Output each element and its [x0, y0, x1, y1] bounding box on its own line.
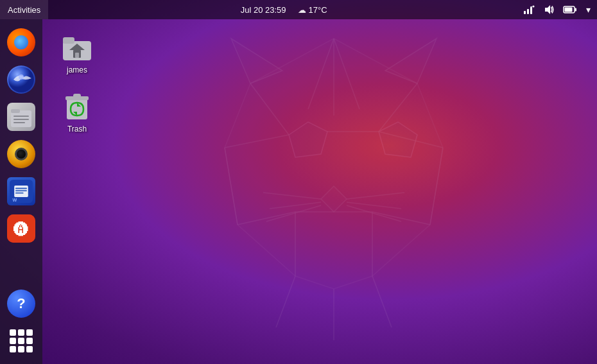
desktop-icon-trash[interactable]: Trash: [51, 85, 103, 137]
grid-dot: [10, 329, 16, 336]
desktop: Activities Jul 20 23:59 ☁ 17°C: [0, 0, 597, 364]
panel-menu-arrow[interactable]: ▾: [582, 0, 594, 19]
svg-rect-44: [11, 109, 20, 113]
grid-dot: [18, 346, 24, 352]
activities-button[interactable]: Activities: [0, 0, 48, 19]
svg-rect-45: [13, 116, 29, 117]
desktop-icons: james: [51, 26, 103, 137]
grid-dot: [26, 329, 33, 336]
grid-dot: [18, 329, 24, 336]
svg-marker-1: [231, 39, 282, 83]
svg-rect-32: [527, 9, 529, 14]
svg-rect-63: [73, 94, 81, 98]
dock-item-help[interactable]: ?: [4, 287, 38, 320]
datetime-display: Jul 20 23:59: [241, 5, 286, 15]
dock: W 🅐 ?: [0, 19, 42, 364]
svg-line-12: [308, 39, 334, 109]
svg-rect-39: [575, 8, 577, 12]
svg-rect-60: [75, 53, 79, 58]
svg-marker-0: [225, 39, 443, 289]
dock-item-appcenter[interactable]: 🅐: [4, 212, 38, 245]
grid-dot: [10, 338, 16, 344]
svg-marker-4: [379, 122, 417, 157]
svg-text:W: W: [13, 197, 17, 203]
svg-rect-51: [15, 190, 27, 191]
dock-item-thunderbird[interactable]: [4, 63, 38, 96]
rhythmbox-icon: [7, 140, 35, 168]
appcenter-icon: 🅐: [7, 214, 35, 243]
volume-icon[interactable]: [540, 0, 558, 19]
svg-rect-52: [15, 193, 24, 194]
grid-dot: [26, 338, 33, 344]
help-icon: ?: [7, 290, 35, 318]
files-icon: [7, 103, 35, 131]
panel-right: ▾: [519, 0, 597, 19]
svg-line-6: [263, 193, 321, 199]
svg-line-11: [347, 205, 401, 221]
thunderbird-icon: [7, 65, 35, 94]
dock-item-writer[interactable]: W: [4, 175, 38, 208]
writer-icon: W: [7, 177, 35, 205]
svg-rect-31: [524, 11, 526, 14]
svg-text:🅐: 🅐: [13, 221, 29, 238]
svg-line-8: [266, 205, 321, 221]
svg-line-14: [334, 39, 359, 109]
svg-rect-40: [565, 8, 573, 12]
svg-line-26: [276, 276, 295, 327]
svg-rect-57: [63, 37, 74, 44]
svg-marker-37: [545, 5, 550, 14]
weather-display[interactable]: ☁ 17°C: [298, 5, 327, 15]
network-icon[interactable]: [519, 0, 539, 19]
svg-line-9: [347, 193, 404, 199]
svg-line-20: [238, 212, 295, 225]
cat-watermark: [83, 19, 584, 360]
firefox-icon: [7, 28, 35, 56]
svg-rect-46: [13, 119, 29, 120]
grid-dot: [10, 346, 16, 352]
desktop-icon-trash-label: Trash: [67, 125, 87, 134]
grid-dot: [18, 338, 24, 344]
desktop-icon-home-label: james: [67, 65, 87, 74]
dock-item-rhythmbox[interactable]: [4, 137, 38, 171]
top-panel: Activities Jul 20 23:59 ☁ 17°C: [0, 0, 597, 19]
svg-line-21: [372, 212, 430, 225]
svg-line-29: [225, 148, 238, 225]
svg-line-7: [270, 202, 321, 209]
svg-line-18: [379, 132, 443, 148]
svg-point-35: [533, 6, 535, 8]
weather-temp: 17°C: [309, 5, 327, 15]
desktop-icon-home[interactable]: james: [51, 26, 103, 78]
svg-line-15: [250, 83, 289, 135]
svg-rect-47: [13, 122, 25, 123]
svg-rect-50: [15, 188, 27, 189]
battery-icon[interactable]: [559, 0, 581, 19]
svg-line-16: [379, 83, 417, 132]
svg-line-10: [347, 202, 401, 209]
svg-marker-5: [321, 186, 347, 212]
svg-marker-2: [385, 39, 437, 83]
grid-dot: [26, 346, 33, 352]
grid-icon: [7, 327, 35, 355]
dock-item-firefox[interactable]: [4, 26, 38, 59]
svg-marker-3: [289, 122, 327, 157]
svg-line-30: [430, 148, 443, 225]
cloud-icon: ☁: [298, 5, 306, 15]
svg-line-36: [530, 6, 533, 7]
svg-line-17: [225, 135, 289, 148]
dock-item-files[interactable]: [4, 100, 38, 134]
svg-line-27: [372, 276, 392, 327]
panel-center: Jul 20 23:59 ☁ 17°C: [48, 5, 519, 15]
svg-rect-33: [530, 7, 532, 14]
dock-item-grid[interactable]: [4, 324, 38, 358]
svg-point-42: [19, 74, 24, 80]
